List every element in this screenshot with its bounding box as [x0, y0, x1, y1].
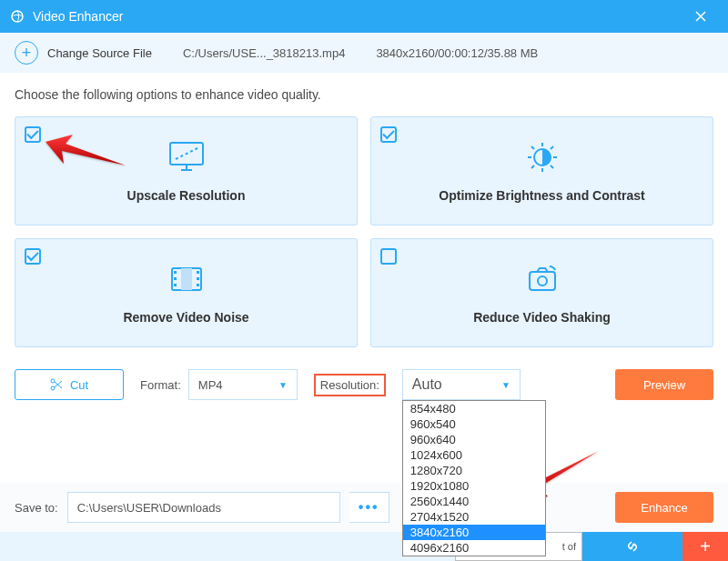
svg-rect-5	[174, 271, 177, 274]
card-brightness-label: Optimize Brightness and Contrast	[439, 188, 644, 203]
change-source-label: Change Source File	[47, 46, 152, 60]
source-filepath: C:/Users/USE..._3818213.mp4	[183, 46, 345, 60]
svg-rect-10	[197, 284, 199, 286]
resolution-option[interactable]: 2560x1440	[403, 494, 545, 509]
svg-point-12	[538, 276, 547, 286]
svg-rect-9	[197, 277, 199, 280]
plus-circle-icon: +	[15, 41, 38, 65]
resolution-option[interactable]: 854x480	[403, 401, 545, 416]
resolution-value: Auto	[412, 376, 442, 393]
enhance-button[interactable]: Enhance	[615, 492, 713, 523]
svg-rect-6	[174, 277, 177, 280]
resolution-option[interactable]: 960x640	[403, 432, 545, 447]
resolution-option[interactable]: 1024x600	[403, 447, 545, 463]
resolution-option[interactable]: 1920x1080	[403, 478, 545, 494]
source-fileinfo: 3840x2160/00:00:12/35.88 MB	[376, 46, 538, 60]
checkbox-noise[interactable]	[25, 248, 41, 265]
browse-button[interactable]: •••	[349, 492, 389, 523]
format-label: Format:	[140, 378, 181, 392]
card-noise[interactable]: Remove Video Noise	[15, 238, 358, 347]
checkbox-brightness[interactable]	[380, 126, 397, 143]
toolbar: Cut Format: MP4 ▼ Resolution: Auto ▼ 854…	[15, 369, 713, 400]
preview-button[interactable]: Preview	[615, 369, 713, 400]
format-select[interactable]: MP4 ▼	[188, 369, 298, 400]
caret-down-icon: ▼	[501, 380, 511, 390]
svg-rect-8	[197, 271, 199, 274]
card-noise-label: Remove Video Noise	[123, 310, 248, 325]
monitor-icon	[165, 139, 208, 179]
save-label: Save to:	[15, 501, 58, 515]
card-brightness[interactable]: Optimize Brightness and Contrast	[370, 116, 713, 225]
save-path-input[interactable]: C:\Users\USER\Downloads	[67, 492, 340, 523]
svg-point-0	[12, 11, 23, 22]
svg-point-13	[51, 379, 55, 383]
plus-icon[interactable]: +	[682, 532, 728, 561]
checkbox-shaking[interactable]	[380, 248, 397, 265]
link-icon[interactable]	[582, 532, 682, 561]
resolution-option[interactable]: 4096x2160	[403, 540, 545, 556]
bottom-strip: t of +	[0, 532, 728, 561]
save-bar: Save to: C:\Users\USER\Downloads ••• Enh…	[0, 483, 728, 532]
source-bar: + Change Source File C:/Users/USE..._381…	[0, 33, 728, 73]
svg-rect-7	[174, 284, 177, 286]
resolution-option[interactable]: 1280x720	[403, 463, 545, 478]
card-upscale-label: Upscale Resolution	[127, 188, 246, 203]
cut-label: Cut	[70, 378, 88, 392]
scissors-icon	[50, 378, 63, 391]
checkbox-upscale[interactable]	[25, 126, 41, 143]
svg-rect-11	[530, 272, 555, 290]
app-title: Video Enhancer	[33, 9, 682, 24]
resolution-option[interactable]: 2704x1520	[403, 509, 545, 525]
camera-icon	[521, 261, 564, 301]
format-value: MP4	[198, 378, 223, 392]
card-shaking[interactable]: Reduce Video Shaking	[370, 238, 713, 347]
options-grid: Upscale Resolution Optimize Brightness a…	[15, 116, 713, 347]
svg-point-14	[51, 386, 55, 390]
cut-button[interactable]: Cut	[15, 369, 124, 400]
app-icon	[9, 8, 25, 25]
close-icon	[693, 9, 708, 24]
titlebar: Video Enhancer	[0, 0, 728, 33]
filmstrip-icon	[165, 261, 208, 301]
save-path-value: C:\Users\USER\Downloads	[77, 501, 221, 515]
resolution-dropdown[interactable]: 854x480960x540960x6401024x6001280x720192…	[402, 400, 546, 556]
preview-label: Preview	[643, 378, 685, 392]
card-upscale[interactable]: Upscale Resolution	[15, 116, 358, 225]
svg-rect-4	[181, 268, 192, 290]
caret-down-icon: ▼	[278, 380, 288, 390]
resolution-label: Resolution:	[314, 374, 386, 396]
sun-icon	[521, 139, 564, 179]
resolution-option[interactable]: 3840x2160	[403, 525, 545, 540]
enhance-label: Enhance	[641, 501, 687, 515]
resolution-option[interactable]: 960x540	[403, 416, 545, 432]
card-shaking-label: Reduce Video Shaking	[473, 310, 611, 325]
resolution-select[interactable]: Auto ▼ 854x480960x540960x6401024x6001280…	[402, 369, 521, 400]
instruction-text: Choose the following options to enhance …	[15, 87, 713, 102]
change-source-button[interactable]: + Change Source File	[15, 41, 152, 65]
close-button[interactable]	[682, 0, 719, 33]
